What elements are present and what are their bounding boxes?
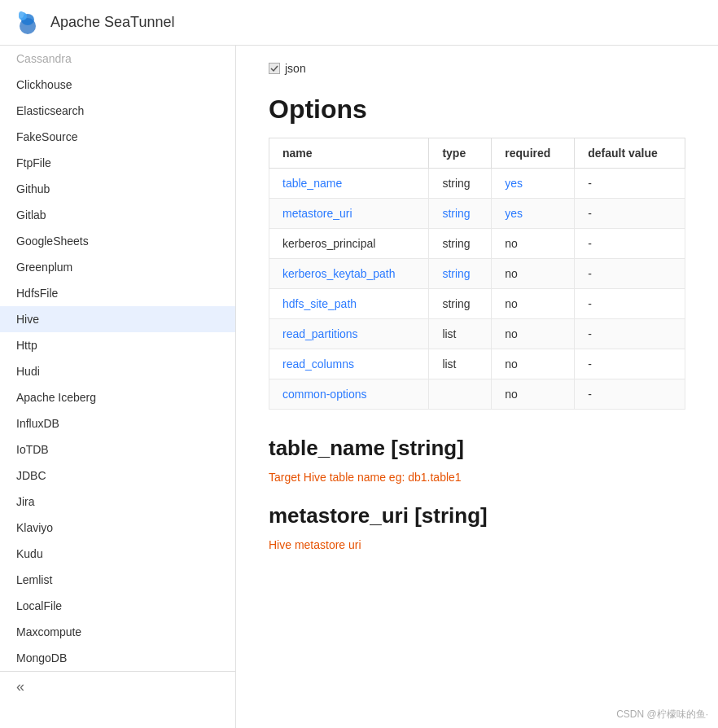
cell-default: - (575, 289, 685, 319)
cell-type: list (429, 349, 492, 379)
sidebar-item-cassandra[interactable]: Cassandra (0, 46, 235, 72)
app-title: Apache SeaTunnel (50, 14, 174, 31)
cell-default: - (575, 349, 685, 379)
cell-name[interactable]: read_columns (269, 349, 429, 379)
col-header-name: name (269, 138, 429, 169)
cell-name[interactable]: metastore_uri (269, 199, 429, 229)
col-header-type: type (429, 138, 492, 169)
sidebar-item-influxdb[interactable]: InfluxDB (0, 410, 235, 436)
cell-required: no (492, 319, 575, 349)
sidebar-item-kudu[interactable]: Kudu (0, 541, 235, 567)
metastore-uri-heading: metastore_uri [string] (269, 503, 685, 528)
table-name-heading: table_name [string] (269, 436, 685, 461)
cell-type: string (429, 289, 492, 319)
main-layout: CassandraClickhouseElasticsearchFakeSour… (0, 46, 718, 728)
table-row: hdfs_site_pathstringno- (269, 289, 685, 319)
sidebar-item-hive[interactable]: Hive (0, 306, 235, 332)
sidebar-item-iotdb[interactable]: IoTDB (0, 436, 235, 463)
col-header-default-value: default value (575, 138, 685, 169)
table-row: metastore_uristringyes- (269, 199, 685, 229)
sidebar-item-gitlab[interactable]: Gitlab (0, 202, 235, 228)
cell-name[interactable]: common-options (269, 379, 429, 410)
table-row: common-optionsno- (269, 379, 685, 410)
sidebar-item-googlesheets[interactable]: GoogleSheets (0, 228, 235, 254)
cell-type: list (429, 319, 492, 349)
sidebar-item-localfile[interactable]: LocalFile (0, 593, 235, 619)
sidebar-item-ftpfile[interactable]: FtpFile (0, 150, 235, 176)
cell-required: no (492, 289, 575, 319)
sidebar-item-elasticsearch[interactable]: Elasticsearch (0, 98, 235, 124)
cell-type (429, 379, 492, 410)
cell-name: kerberos_principal (269, 229, 429, 259)
cell-default: - (575, 199, 685, 229)
table-row: read_columnslistno- (269, 349, 685, 379)
sidebar-item-jdbc[interactable]: JDBC (0, 463, 235, 489)
logo (13, 8, 42, 37)
sidebar-item-http[interactable]: Http (0, 332, 235, 358)
cell-required: no (492, 229, 575, 259)
json-label: json (285, 62, 306, 75)
cell-required: no (492, 379, 575, 410)
sidebar-item-klaviyo[interactable]: Klaviyo (0, 515, 235, 541)
cell-default: - (575, 229, 685, 259)
options-heading: Options (269, 94, 685, 125)
main-content: json Options nametyperequireddefault val… (236, 46, 718, 728)
table-row: table_namestringyes- (269, 169, 685, 199)
collapse-icon: « (16, 678, 24, 695)
cell-default: - (575, 379, 685, 410)
options-table: nametyperequireddefault value table_name… (269, 138, 685, 410)
cell-type: string (429, 199, 492, 229)
table-row: kerberos_principalstringno- (269, 229, 685, 259)
cell-required: yes (492, 169, 575, 199)
cell-name[interactable]: hdfs_site_path (269, 289, 429, 319)
cell-type: string (429, 229, 492, 259)
header: Apache SeaTunnel (0, 0, 718, 46)
sidebar-item-greenplum[interactable]: Greenplum (0, 254, 235, 280)
cell-required: no (492, 349, 575, 379)
sidebar-item-lemlist[interactable]: Lemlist (0, 567, 235, 593)
cell-name[interactable]: kerberos_keytab_path (269, 259, 429, 289)
sidebar-item-hdfsfile[interactable]: HdfsFile (0, 280, 235, 306)
cell-required: no (492, 259, 575, 289)
table-row: read_partitionslistno- (269, 319, 685, 349)
cell-default: - (575, 319, 685, 349)
sidebar-item-jira[interactable]: Jira (0, 489, 235, 515)
checkbox-area: json (269, 62, 685, 75)
sidebar: CassandraClickhouseElasticsearchFakeSour… (0, 46, 236, 728)
cell-name[interactable]: table_name (269, 169, 429, 199)
table-name-desc: Target Hive table name eg: db1.table1 (269, 471, 685, 484)
cell-name[interactable]: read_partitions (269, 319, 429, 349)
sidebar-item-hudi[interactable]: Hudi (0, 358, 235, 384)
cell-default: - (575, 169, 685, 199)
sidebar-item-apache-iceberg[interactable]: Apache Iceberg (0, 384, 235, 410)
svg-point-3 (19, 11, 24, 18)
sidebar-item-mongodb[interactable]: MongoDB (0, 645, 235, 671)
sidebar-item-maxcompute[interactable]: Maxcompute (0, 619, 235, 645)
cell-default: - (575, 259, 685, 289)
table-row: kerberos_keytab_pathstringno- (269, 259, 685, 289)
cell-required: yes (492, 199, 575, 229)
col-header-required: required (492, 138, 575, 169)
cell-type: string (429, 169, 492, 199)
sidebar-item-clickhouse[interactable]: Clickhouse (0, 72, 235, 98)
cell-type: string (429, 259, 492, 289)
sidebar-item-fakesource[interactable]: FakeSource (0, 124, 235, 150)
json-checkbox[interactable] (269, 63, 280, 74)
sidebar-item-github[interactable]: Github (0, 176, 235, 202)
metastore-uri-desc: Hive metastore uri (269, 538, 685, 551)
sidebar-collapse-button[interactable]: « (0, 671, 235, 702)
